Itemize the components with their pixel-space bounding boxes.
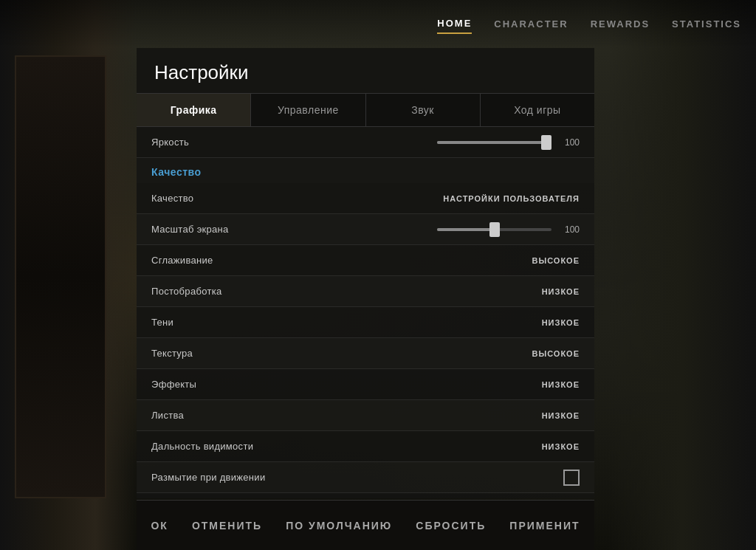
foliage-row: Листва НИЗКОЕ xyxy=(137,400,594,431)
scale-slider-thumb[interactable] xyxy=(489,222,500,237)
view-distance-row: Дальность видимости НИЗКОЕ xyxy=(137,431,594,462)
tab-controls[interactable]: Управление xyxy=(251,94,365,126)
bottom-bar: ОК ОТМЕНИТЬ ПО УМОЛЧАНИЮ СБРОСИТЬ ПРИМЕН… xyxy=(137,500,594,550)
brightness-row: Яркость 100 xyxy=(137,127,594,158)
quality-row: Качество НАСТРОЙКИ ПОЛЬЗОВАТЕЛЯ xyxy=(137,183,594,214)
texture-row: Текстура ВЫСОКОЕ xyxy=(137,338,594,369)
shadows-label: Тени xyxy=(151,317,173,328)
top-navigation: HOME CHARACTER REWARDS STATISTICS xyxy=(0,0,756,48)
quality-section-header: Качество xyxy=(137,158,594,183)
reset-button[interactable]: СБРОСИТЬ xyxy=(413,515,489,536)
tab-sound[interactable]: Звук xyxy=(366,94,481,126)
bg-right-panel xyxy=(608,0,756,550)
brightness-label: Яркость xyxy=(151,137,189,148)
scale-value: 100 xyxy=(557,224,580,235)
quality-value[interactable]: НАСТРОЙКИ ПОЛЬЗОВАТЕЛЯ xyxy=(443,194,580,203)
shadows-value[interactable]: НИЗКОЕ xyxy=(542,318,580,327)
apply-button[interactable]: ПРИМЕНИТ xyxy=(506,515,583,536)
postprocessing-value[interactable]: НИЗКОЕ xyxy=(542,287,580,296)
texture-label: Текстура xyxy=(151,348,193,359)
brightness-slider-container: 100 xyxy=(437,137,580,148)
default-button[interactable]: ПО УМОЛЧАНИЮ xyxy=(283,515,395,536)
brightness-value: 100 xyxy=(557,137,580,148)
motion-blur-checkbox[interactable] xyxy=(563,470,580,486)
brightness-slider-fill xyxy=(437,141,551,144)
effects-row: Эффекты НИЗКОЕ xyxy=(137,369,594,400)
view-distance-label: Дальность видимости xyxy=(151,441,253,452)
nav-item-home[interactable]: HOME xyxy=(437,14,472,34)
settings-content: Яркость 100 Качество Качество НАСТРОЙКИ … xyxy=(137,127,594,498)
texture-value[interactable]: ВЫСОКОЕ xyxy=(532,349,580,358)
postprocessing-label: Постобработка xyxy=(151,286,221,297)
nav-item-rewards[interactable]: REWARDS xyxy=(591,15,650,33)
antialiasing-value[interactable]: ВЫСОКОЕ xyxy=(532,256,580,265)
bg-left-panel xyxy=(0,0,137,550)
shadows-row: Тени НИЗКОЕ xyxy=(137,307,594,338)
quality-section-label: Качество xyxy=(151,166,202,178)
antialiasing-row: Сглаживание ВЫСОКОЕ xyxy=(137,245,594,276)
effects-value[interactable]: НИЗКОЕ xyxy=(542,380,580,389)
foliage-label: Листва xyxy=(151,410,184,421)
scale-slider-fill xyxy=(437,228,495,231)
tab-gameplay[interactable]: Ход игры xyxy=(481,94,594,126)
foliage-value[interactable]: НИЗКОЕ xyxy=(542,411,580,420)
view-distance-value[interactable]: НИЗКОЕ xyxy=(542,442,580,451)
scale-label: Масштаб экрана xyxy=(151,224,229,235)
nav-item-statistics[interactable]: STATISTICS xyxy=(672,15,741,33)
settings-tabs: Графика Управление Звук Ход игры xyxy=(137,94,594,127)
scale-slider-track[interactable] xyxy=(437,228,551,231)
cancel-button[interactable]: ОТМЕНИТЬ xyxy=(189,515,265,536)
postprocessing-row: Постобработка НИЗКОЕ xyxy=(137,276,594,307)
scale-slider-container: 100 xyxy=(437,224,580,235)
motion-blur-row: Размытие при движении xyxy=(137,462,594,493)
tab-graphics[interactable]: Графика xyxy=(137,94,251,126)
antialiasing-label: Сглаживание xyxy=(151,255,213,266)
brightness-slider-thumb[interactable] xyxy=(541,135,551,150)
ok-button[interactable]: ОК xyxy=(148,515,171,536)
settings-panel: Настройки Графика Управление Звук Ход иг… xyxy=(137,48,594,498)
quality-label: Качество xyxy=(151,193,193,204)
nav-item-character[interactable]: CHARACTER xyxy=(494,15,568,33)
brightness-slider-track[interactable] xyxy=(437,141,551,144)
effects-label: Эффекты xyxy=(151,379,196,390)
scale-row: Масштаб экрана 100 xyxy=(137,214,594,245)
settings-title: Настройки xyxy=(137,48,594,94)
vsync-row: Вертикальная синхронизация xyxy=(137,493,594,498)
nav-items-container: HOME CHARACTER REWARDS STATISTICS xyxy=(437,14,741,34)
motion-blur-label: Размытие при движении xyxy=(151,472,265,483)
